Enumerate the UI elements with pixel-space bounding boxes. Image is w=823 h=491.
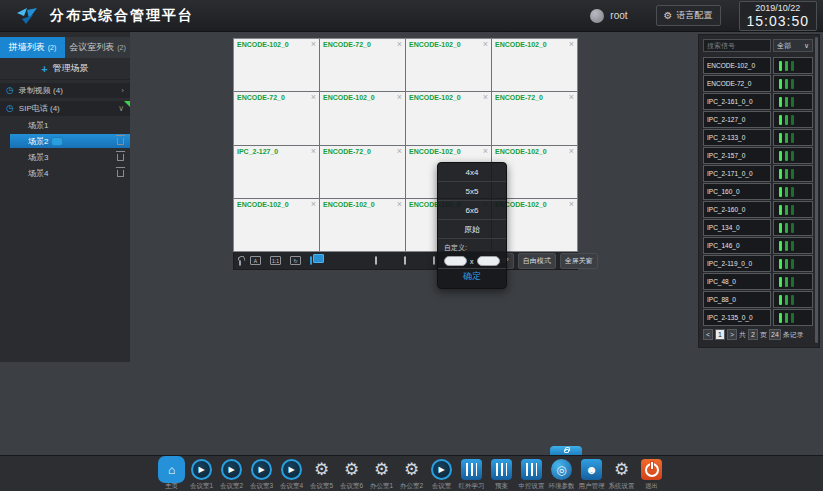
- close-icon[interactable]: ×: [569, 199, 574, 209]
- custom-rows-input[interactable]: [477, 256, 500, 266]
- trash-icon[interactable]: [117, 138, 124, 145]
- wall-cell[interactable]: ENCODE-102_0 ×: [406, 92, 491, 144]
- refresh-icon[interactable]: ↻: [290, 256, 301, 265]
- dock-item[interactable]: ⌂ 主页: [158, 459, 186, 491]
- wall-mode-button[interactable]: 自由模式: [518, 253, 556, 269]
- layout-menu-item[interactable]: 4x4: [438, 163, 506, 182]
- scrollbar[interactable]: [815, 37, 818, 343]
- close-icon[interactable]: ×: [311, 92, 316, 102]
- dock-item[interactable]: ⚙ 办公室2: [398, 459, 426, 491]
- signal-list-item[interactable]: IPC_48_0: [703, 273, 813, 290]
- next-page-button[interactable]: >: [727, 329, 737, 340]
- prev-page-button[interactable]: <: [703, 329, 713, 340]
- close-icon[interactable]: ×: [311, 199, 316, 209]
- signal-list-item[interactable]: IPC_2-157_0: [703, 147, 813, 164]
- signal-bars: [773, 93, 813, 110]
- layout-columns-icon[interactable]: [433, 256, 435, 265]
- unlock-icon[interactable]: [239, 260, 241, 266]
- dock-item[interactable]: ⚙ 会议室6: [338, 459, 366, 491]
- wall-cell[interactable]: ENCODE-102_0 ×: [406, 39, 491, 91]
- dock-item[interactable]: ☻ 用户管理: [578, 459, 606, 491]
- close-icon[interactable]: ×: [569, 146, 574, 156]
- wall-cell[interactable]: ENCODE-72_0 ×: [320, 146, 405, 198]
- dock-item[interactable]: 预案: [488, 459, 516, 491]
- trash-icon[interactable]: [117, 170, 124, 177]
- screen-icon[interactable]: [310, 256, 312, 265]
- signal-filter-select[interactable]: 全部 ∨: [773, 39, 813, 52]
- close-icon[interactable]: ×: [397, 92, 402, 102]
- tree-group-row[interactable]: ◷ 录制视频 (4) ›: [0, 83, 130, 98]
- wall-cell[interactable]: IPC_2-127_0 ×: [234, 146, 319, 198]
- close-icon[interactable]: ×: [483, 92, 488, 102]
- dock-item[interactable]: ▶ 会议室: [428, 459, 456, 491]
- close-icon[interactable]: ×: [397, 39, 402, 49]
- dock-item[interactable]: 退出: [638, 459, 666, 491]
- scene-item[interactable]: 场景1: [10, 118, 130, 132]
- close-icon[interactable]: ×: [569, 39, 574, 49]
- dock-collapse-handle[interactable]: [550, 446, 582, 455]
- sidebar-tab[interactable]: 会议室列表 (2): [65, 37, 130, 58]
- trash-icon[interactable]: [117, 154, 124, 161]
- layout-menu-item[interactable]: 6x6: [438, 201, 506, 220]
- scene-item[interactable]: 场景4: [10, 166, 130, 180]
- layout-quad-icon[interactable]: [404, 256, 406, 265]
- confirm-button[interactable]: 确定: [438, 269, 506, 284]
- wall-cell[interactable]: ENCODE-102_0 ×: [320, 92, 405, 144]
- layout-single-icon[interactable]: [375, 256, 377, 265]
- dock-item[interactable]: ⚙ 办公室1: [368, 459, 396, 491]
- layout-menu-item[interactable]: 原始: [438, 220, 506, 239]
- dock-item[interactable]: ◎ 环境参数: [548, 459, 576, 491]
- signal-list-item[interactable]: IPC_160_0: [703, 183, 813, 200]
- signal-list-item[interactable]: ENCODE-72_0: [703, 75, 813, 92]
- signal-list-item[interactable]: IPC_2-171_0_0: [703, 165, 813, 182]
- wall-cell[interactable]: ENCODE-72_0 ×: [320, 39, 405, 91]
- dock-item[interactable]: ▶ 会议室4: [278, 459, 306, 491]
- dock-item[interactable]: ▶ 会议室1: [188, 459, 216, 491]
- current-page[interactable]: 1: [715, 329, 725, 340]
- close-icon[interactable]: ×: [397, 199, 402, 209]
- scene-item[interactable]: 场景3: [10, 150, 130, 164]
- signal-list-item[interactable]: IPC_2-119_0_0: [703, 255, 813, 272]
- wall-cell[interactable]: ENCODE-102_0 ×: [320, 199, 405, 251]
- signal-list-item[interactable]: IPC_146_0: [703, 237, 813, 254]
- close-icon[interactable]: ×: [311, 146, 316, 156]
- signal-list-item[interactable]: IPC_134_0: [703, 219, 813, 236]
- signal-list-item[interactable]: IPC_2-135_0_0: [703, 309, 813, 326]
- manage-scene-button[interactable]: + 管理场景: [0, 58, 130, 80]
- signal-list-item[interactable]: IPC_2-127_0: [703, 111, 813, 128]
- search-input[interactable]: [703, 39, 771, 52]
- signal-list-item[interactable]: IPC_88_0: [703, 291, 813, 308]
- wall-cell[interactable]: ENCODE-102_0 ×: [234, 199, 319, 251]
- close-icon[interactable]: ×: [311, 39, 316, 49]
- user-menu[interactable]: root: [590, 9, 627, 23]
- close-icon[interactable]: ×: [483, 39, 488, 49]
- language-config-button[interactable]: ⚙ 语言配置: [656, 5, 721, 26]
- wall-cell[interactable]: ENCODE-102_0 ×: [234, 39, 319, 91]
- dock-item[interactable]: 中控设置: [518, 459, 546, 491]
- signal-list-item[interactable]: IPC_2-160_0: [703, 201, 813, 218]
- dock-item[interactable]: ▶ 会议室3: [248, 459, 276, 491]
- dock-item[interactable]: ⚙ 系统设置: [608, 459, 636, 491]
- signal-list-item[interactable]: ENCODE-102_0: [703, 57, 813, 74]
- dock-item[interactable]: ⚙ 会议室5: [308, 459, 336, 491]
- wall-cell[interactable]: ENCODE-72_0 ×: [492, 92, 577, 144]
- sidebar-tab[interactable]: 拼墙列表 (2): [0, 37, 65, 58]
- signal-list-item[interactable]: IPC_2-161_0_0: [703, 93, 813, 110]
- wall-cell[interactable]: ENCODE-72_0 ×: [234, 92, 319, 144]
- wall-mode-button[interactable]: 全屏关窗: [560, 253, 598, 269]
- scene-item[interactable]: 场景2: [10, 134, 130, 148]
- wall-cell[interactable]: ENCODE-102_0 ×: [492, 39, 577, 91]
- custom-size-label: 自定义:: [444, 243, 500, 253]
- custom-cols-input[interactable]: [444, 256, 467, 266]
- close-icon[interactable]: ×: [483, 146, 488, 156]
- tree-group-row[interactable]: ◷ SIP电话 (4) ∨: [0, 101, 130, 116]
- close-icon[interactable]: ×: [397, 146, 402, 156]
- close-icon[interactable]: ×: [569, 92, 574, 102]
- ratio-1-1-icon[interactable]: 1:1: [270, 256, 281, 265]
- layout-menu-item[interactable]: 5x5: [438, 182, 506, 201]
- font-a-icon[interactable]: A: [250, 256, 261, 265]
- signal-name: ENCODE-102_0: [703, 57, 771, 74]
- signal-list-item[interactable]: IPC_2-133_0: [703, 129, 813, 146]
- dock-item[interactable]: ▶ 会议室2: [218, 459, 246, 491]
- dock-item[interactable]: 红外学习: [458, 459, 486, 491]
